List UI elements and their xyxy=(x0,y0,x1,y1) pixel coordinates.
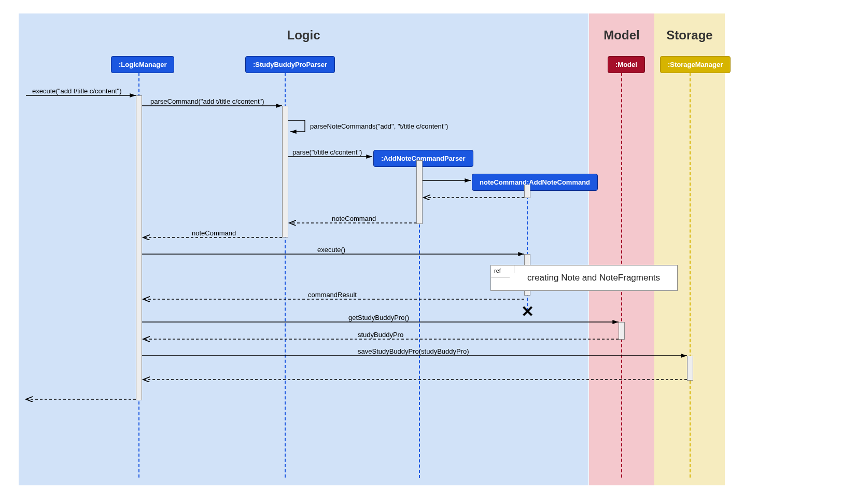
region-title-storage: Storage xyxy=(654,13,725,43)
msg-parse: parse("t/title c/content") xyxy=(292,148,362,156)
activation-addnotecmdparser xyxy=(416,160,423,224)
msg-execute-in: execute("add t/title c/content") xyxy=(32,87,122,95)
activation-logicmanager xyxy=(136,95,142,400)
participant-parser: :StudyBuddyProParser xyxy=(245,56,335,73)
participant-addnotecmdparser: :AddNoteCommandParser xyxy=(373,150,473,167)
destroy-addnotecmd: ✕ xyxy=(521,302,534,320)
activation-model xyxy=(619,322,625,340)
ref-tab: ref xyxy=(490,265,514,277)
participant-model: :Model xyxy=(608,56,645,73)
msg-getstudybuddypro: getStudyBuddyPro() xyxy=(348,314,409,321)
msg-commandresult: commandResult xyxy=(308,291,357,299)
activation-addnotecmd-create xyxy=(524,185,530,198)
lifeline-storage xyxy=(690,73,691,478)
region-title-logic: Logic xyxy=(19,13,588,43)
activation-parser xyxy=(282,106,288,237)
ref-text: creating Note and NoteFragments xyxy=(527,273,660,283)
region-logic: Logic xyxy=(19,13,588,485)
msg-parsecommand: parseCommand("add t/title c/content") xyxy=(150,97,264,105)
msg-notecommand-ret1: noteCommand xyxy=(332,215,376,222)
ref-frame: ref creating Note and NoteFragments xyxy=(490,265,678,291)
participant-logicmanager: :LogicManager xyxy=(111,56,174,73)
msg-notecommand-ret2: noteCommand xyxy=(192,229,236,237)
msg-studybuddypro: studyBuddyPro xyxy=(358,331,403,339)
participant-addnotecmd: noteCommand:AddNoteCommand xyxy=(472,174,598,191)
msg-execute: execute() xyxy=(317,246,345,254)
msg-savestudybuddypro: saveStudyBuddyPro(studyBuddyPro) xyxy=(358,347,469,355)
participant-storage: :StorageManager xyxy=(660,56,731,73)
activation-storage xyxy=(687,356,693,381)
region-title-model: Model xyxy=(589,13,654,43)
msg-parsenotecommands: parseNoteCommands("add", "t/title c/cont… xyxy=(310,122,448,130)
